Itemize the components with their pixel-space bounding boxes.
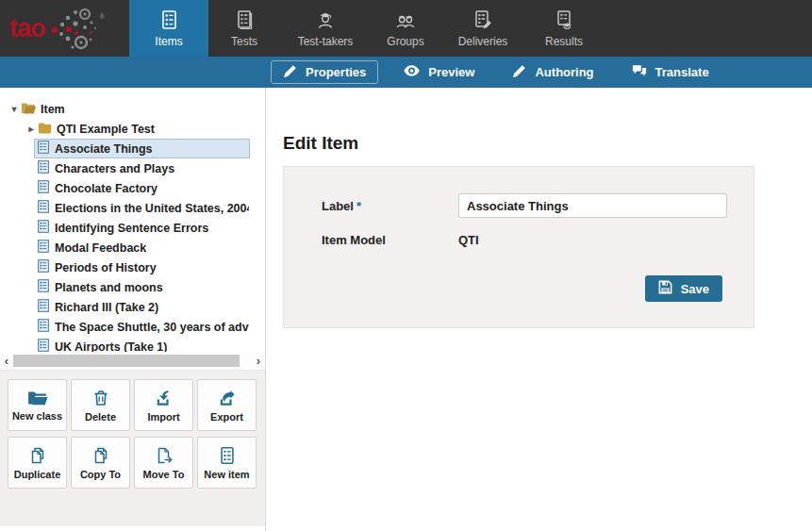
import-icon bbox=[155, 389, 174, 407]
move-to-button[interactable]: Move To bbox=[134, 437, 193, 489]
caret-down-icon[interactable]: ▾ bbox=[8, 104, 21, 114]
nav-item-label: Tests bbox=[231, 35, 257, 48]
groups-icon bbox=[395, 9, 416, 30]
label-caption: Label* bbox=[322, 199, 458, 213]
scroll-left-icon[interactable]: ‹ bbox=[0, 352, 13, 370]
new-class-icon bbox=[27, 390, 48, 407]
item-tree: ▾ Item ▸ Q bbox=[0, 88, 265, 352]
nav-item-test-takers[interactable]: Test-takers bbox=[280, 0, 371, 57]
item-icon bbox=[38, 220, 49, 236]
deliveries-icon bbox=[472, 9, 493, 30]
tab-properties[interactable]: Properties bbox=[271, 60, 378, 84]
tao-logo-text: tao bbox=[9, 16, 45, 41]
required-mark: * bbox=[356, 199, 361, 213]
item-icon bbox=[38, 180, 49, 196]
tree-item-label: Periods of History bbox=[55, 261, 157, 274]
results-icon bbox=[554, 9, 574, 30]
tree-item-label: Elections in the United States, 2004 bbox=[55, 202, 249, 215]
tao-app-window: tao ® bbox=[0, 0, 812, 531]
copy-to-button[interactable]: Copy To bbox=[71, 437, 130, 489]
delete-button[interactable]: Delete bbox=[71, 379, 130, 431]
logo-registered-mark: ® bbox=[100, 13, 105, 20]
tree-item-characters-and-plays[interactable]: Characters and Plays bbox=[34, 158, 250, 178]
tree-item-label: Planets and moons bbox=[55, 281, 163, 294]
tool-label: New item bbox=[204, 469, 249, 480]
tree-item-chocolate-factory[interactable]: Chocolate Factory bbox=[34, 178, 250, 198]
item-model-value: QTI bbox=[458, 233, 479, 247]
move-icon bbox=[155, 446, 174, 465]
tree-item-elections-us-2004[interactable]: Elections in the United States, 2004 bbox=[34, 198, 250, 218]
tao-logo-burst-icon bbox=[47, 5, 100, 52]
resource-sidebar: ▾ Item ▸ Q bbox=[0, 88, 266, 531]
tab-translate[interactable]: Translate bbox=[620, 60, 721, 84]
label-input[interactable] bbox=[458, 193, 727, 218]
tool-label: Move To bbox=[143, 469, 185, 480]
tree-item-label: Associate Things bbox=[55, 142, 153, 156]
pencil-icon bbox=[283, 64, 297, 81]
tests-icon bbox=[234, 9, 255, 30]
sidebar-footer bbox=[0, 526, 265, 531]
tree-item-identifying-sentence-errors[interactable]: Identifying Sentence Errors bbox=[34, 218, 250, 238]
tab-label: Translate bbox=[655, 65, 709, 79]
pencil-icon bbox=[512, 64, 526, 81]
tree-item-associate-things[interactable]: Associate Things bbox=[34, 139, 250, 158]
trash-icon bbox=[91, 389, 110, 407]
tab-authoring[interactable]: Authoring bbox=[500, 60, 605, 84]
nav-item-results[interactable]: Results bbox=[525, 0, 603, 57]
item-icon bbox=[38, 319, 49, 335]
new-item-button[interactable]: New item bbox=[197, 437, 257, 489]
item-icon bbox=[38, 339, 49, 352]
label-form-row: Label* bbox=[322, 193, 754, 218]
import-button[interactable]: Import bbox=[134, 379, 193, 431]
item-model-row: Item Model QTI bbox=[322, 233, 754, 247]
duplicate-button[interactable]: Duplicate bbox=[8, 437, 67, 489]
tree-root-item[interactable]: ▾ Item bbox=[0, 99, 265, 119]
tree-action-panel: New class Delete bbox=[0, 370, 265, 526]
section-action-bar: Properties Preview Authoring bbox=[0, 57, 812, 88]
tree-item-label: Characters and Plays bbox=[55, 162, 174, 175]
items-icon bbox=[158, 9, 179, 30]
caret-right-icon[interactable]: ▸ bbox=[25, 124, 38, 134]
tree-horizontal-scrollbar[interactable]: ‹ › bbox=[0, 352, 265, 370]
tree-item-periods-of-history[interactable]: Periods of History bbox=[34, 257, 250, 277]
item-model-caption: Item Model bbox=[322, 233, 458, 247]
scrollbar-thumb[interactable] bbox=[13, 355, 240, 367]
save-button-label: Save bbox=[681, 282, 709, 296]
tree-folder-qti-example-test[interactable]: ▸ QTI Example Test bbox=[0, 119, 265, 139]
export-icon bbox=[218, 389, 237, 407]
tool-label: Duplicate bbox=[14, 469, 61, 480]
tab-label: Properties bbox=[306, 65, 366, 79]
tree-item-label: Richard III (Take 2) bbox=[55, 301, 158, 314]
tab-preview[interactable]: Preview bbox=[391, 60, 487, 84]
tab-label: Preview bbox=[428, 65, 474, 79]
nav-item-items[interactable]: Items bbox=[129, 0, 208, 57]
nav-item-groups[interactable]: Groups bbox=[371, 0, 440, 57]
tree-item-modal-feedback[interactable]: Modal Feedback bbox=[34, 238, 250, 257]
nav-item-tests[interactable]: Tests bbox=[208, 0, 280, 57]
nav-item-label: Deliveries bbox=[458, 35, 508, 48]
tree-item-space-shuttle[interactable]: The Space Shuttle, 30 years of adventur bbox=[34, 317, 250, 337]
page-title: Edit Item bbox=[283, 133, 812, 154]
save-button[interactable]: Save bbox=[645, 275, 722, 302]
nav-item-label: Items bbox=[155, 35, 182, 48]
tao-logo[interactable]: tao ® bbox=[0, 0, 129, 57]
folder-open-icon bbox=[21, 102, 36, 117]
tree-item-planets-and-moons[interactable]: Planets and moons bbox=[34, 277, 250, 297]
duplicate-icon bbox=[28, 446, 47, 465]
edit-item-panel: Edit Item Label* Item Model QTI bbox=[266, 88, 812, 531]
tree-item-richard-iii[interactable]: Richard III (Take 2) bbox=[34, 297, 250, 317]
copy-icon bbox=[91, 446, 110, 465]
item-properties-form: Label* Item Model QTI bbox=[283, 166, 754, 328]
tool-label: Copy To bbox=[80, 469, 121, 480]
scrollbar-track[interactable] bbox=[13, 354, 252, 368]
tool-label: Delete bbox=[85, 411, 116, 423]
export-button[interactable]: Export bbox=[197, 379, 257, 431]
scroll-right-icon[interactable]: › bbox=[252, 352, 265, 370]
tree-item-label: Modal Feedback bbox=[55, 241, 146, 255]
tool-label: Import bbox=[147, 411, 179, 423]
new-item-icon bbox=[218, 446, 237, 465]
item-icon bbox=[38, 279, 49, 295]
nav-item-deliveries[interactable]: Deliveries bbox=[440, 0, 525, 57]
tree-item-uk-airports[interactable]: UK Airports (Take 1) bbox=[34, 337, 250, 352]
new-class-button[interactable]: New class bbox=[8, 379, 67, 431]
